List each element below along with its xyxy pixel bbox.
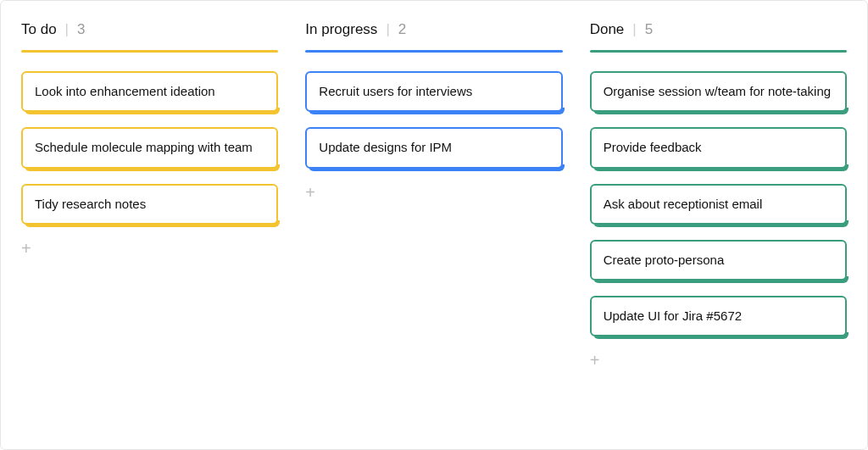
add-card-button[interactable]: + [21,240,38,257]
column-title: To do [21,21,57,38]
kanban-board: To do | 3 Look into enhancement ideation… [0,0,868,450]
card-text: Update designs for IPM [319,140,452,154]
card[interactable]: Recruit users for interviews [305,71,562,112]
card-text: Provide feedback [604,140,702,154]
plus-icon: + [21,239,31,258]
column-header: To do | 3 [21,21,278,50]
card-text: Recruit users for interviews [319,84,472,98]
card-text: Create proto-persona [604,253,725,267]
card[interactable]: Look into enhancement ideation [21,71,278,112]
column-title: In progress [305,21,377,38]
plus-icon: + [590,351,600,369]
column-count: 5 [645,21,653,38]
column-separator: | [632,21,636,38]
card[interactable]: Organise session w/team for note-taking [590,71,847,112]
column-separator: | [65,21,69,38]
column-count: 2 [398,21,406,38]
card[interactable]: Create proto-persona [590,240,847,281]
card-text: Schedule molecule mapping with team [35,140,253,154]
column-separator: | [386,21,389,38]
column-rule [590,50,847,53]
column-header: Done | 5 [590,21,847,50]
card-list: Look into enhancement ideation Schedule … [21,71,278,225]
card[interactable]: Schedule molecule mapping with team [21,127,278,168]
column-header: In progress | 2 [305,21,562,50]
column-title: Done [590,21,625,38]
card-list: Recruit users for interviews Update desi… [305,71,562,169]
card[interactable]: Tidy research notes [21,184,278,225]
card-text: Ask about receptionist email [604,197,763,211]
add-card-button[interactable]: + [305,184,322,201]
card-text: Look into enhancement ideation [35,84,215,98]
column-rule [21,50,278,53]
add-card-button[interactable]: + [590,352,607,369]
card[interactable]: Provide feedback [590,127,847,168]
plus-icon: + [305,183,315,202]
card-text: Organise session w/team for note-taking [604,84,831,98]
card[interactable]: Update UI for Jira #5672 [590,296,847,336]
card-list: Organise session w/team for note-taking … [590,71,847,336]
column-done: Done | 5 Organise session w/team for not… [590,21,847,449]
column-count: 3 [77,21,85,38]
card[interactable]: Ask about receptionist email [590,184,847,225]
card[interactable]: Update designs for IPM [305,127,562,168]
column-todo: To do | 3 Look into enhancement ideation… [21,21,278,449]
card-text: Update UI for Jira #5672 [604,308,742,323]
column-in-progress: In progress | 2 Recruit users for interv… [305,21,562,449]
card-text: Tidy research notes [35,197,146,211]
column-rule [305,50,562,53]
